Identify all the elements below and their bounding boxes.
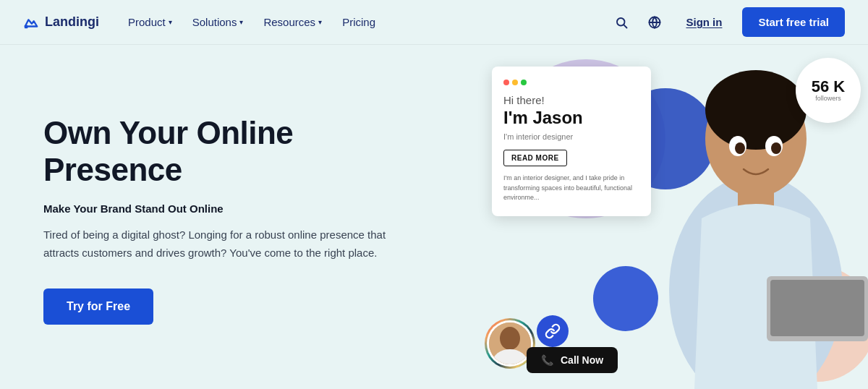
profile-inner: [489, 322, 531, 364]
signin-button[interactable]: Sign in: [677, 10, 731, 34]
dot-red: [503, 80, 509, 85]
hero-title: Own Your Online Presence: [43, 115, 434, 188]
follower-badge: 56 K followers: [796, 58, 861, 123]
lp-role: I'm interior designer: [503, 132, 639, 141]
nav-item-solutions[interactable]: Solutions ▾: [184, 10, 252, 34]
dot-green: [521, 80, 527, 85]
chevron-down-icon: ▾: [318, 18, 322, 26]
nav-right: Sign in Start free trial: [610, 7, 845, 37]
start-trial-button[interactable]: Start free trial: [742, 7, 845, 37]
svg-rect-1: [25, 25, 28, 28]
logo-icon: [23, 14, 39, 30]
svg-rect-11: [770, 280, 864, 336]
chevron-down-icon: ▾: [169, 18, 172, 26]
hero-left: Own Your Online Presence Make Your Brand…: [0, 45, 477, 389]
window-dots: [503, 80, 639, 85]
follower-label: followers: [815, 95, 841, 102]
nav-items: Product ▾ Solutions ▾ Resources ▾ Pricin…: [119, 10, 610, 34]
hero-right: 56 K followers Hi there! I'm Jason I'm i…: [477, 45, 868, 389]
follower-count: 56 K: [812, 79, 845, 95]
hero-subtitle: Make Your Brand Stand Out Online: [43, 202, 434, 215]
hero-section: Own Your Online Presence Make Your Brand…: [0, 45, 868, 389]
dot-yellow: [512, 80, 518, 85]
hero-body: Tired of being a digital ghost? Longing …: [43, 226, 391, 262]
nav-item-resources[interactable]: Resources ▾: [255, 10, 331, 34]
lp-card: Hi there! I'm Jason I'm interior designe…: [492, 67, 651, 216]
try-free-button[interactable]: Try for Free: [43, 288, 153, 325]
lp-read-more-btn[interactable]: READ MORE: [503, 150, 567, 166]
search-button[interactable]: [610, 12, 632, 33]
navbar: Landingi Product ▾ Solutions ▾ Resources…: [0, 0, 868, 45]
logo[interactable]: Landingi: [23, 14, 99, 30]
globe-button[interactable]: [644, 12, 665, 33]
profile-avatar: [489, 322, 531, 364]
nav-item-pricing[interactable]: Pricing: [333, 10, 384, 34]
nav-item-product[interactable]: Product ▾: [119, 10, 181, 34]
call-now-badge[interactable]: 📞 Call Now: [527, 347, 618, 373]
lp-body-text: I'm an interior designer, and I take pri…: [503, 174, 639, 203]
svg-line-3: [624, 25, 627, 27]
lp-greeting: Hi there!: [503, 94, 639, 106]
svg-point-15: [771, 142, 781, 154]
globe-icon: [648, 16, 661, 29]
logo-text: Landingi: [45, 14, 99, 30]
link-circle[interactable]: [537, 315, 569, 347]
chevron-down-icon: ▾: [239, 18, 243, 26]
search-icon: [615, 16, 628, 29]
phone-icon: 📞: [541, 354, 553, 366]
lp-name: I'm Jason: [503, 108, 639, 128]
call-now-label: Call Now: [561, 354, 603, 366]
link-icon: [545, 323, 561, 339]
svg-point-14: [735, 142, 745, 154]
svg-point-8: [705, 70, 807, 150]
svg-point-17: [500, 327, 520, 350]
